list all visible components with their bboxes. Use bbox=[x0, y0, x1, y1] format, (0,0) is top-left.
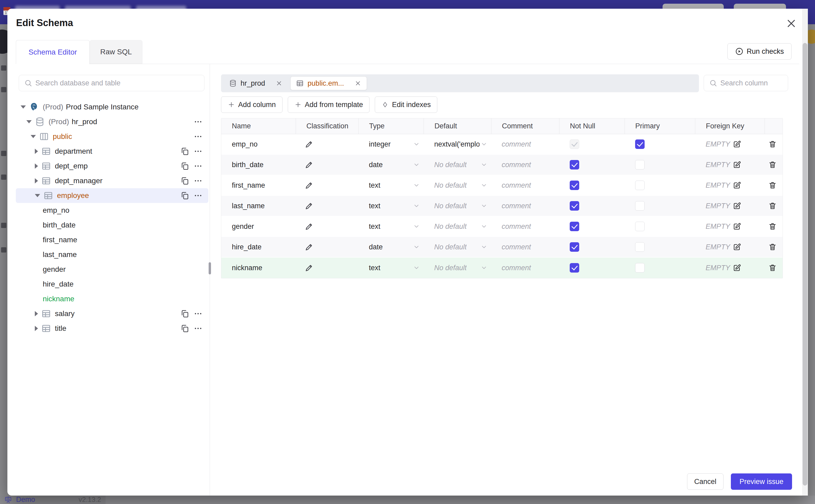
tab-schema-editor[interactable]: Schema Editor bbox=[16, 40, 90, 64]
primary-checkbox[interactable] bbox=[635, 263, 645, 273]
page-scrollbar-thumb[interactable] bbox=[803, 43, 807, 486]
type-select[interactable]: integer bbox=[358, 134, 424, 154]
edit-classification-icon[interactable] bbox=[305, 181, 313, 190]
copy-icon[interactable] bbox=[180, 191, 189, 200]
copy-icon[interactable] bbox=[180, 324, 189, 333]
tab-chip-hr-prod[interactable]: hr_prod bbox=[224, 76, 288, 90]
type-select[interactable]: text bbox=[358, 216, 424, 236]
tree-item-nickname[interactable]: nickname bbox=[16, 292, 208, 306]
caret-down-icon[interactable] bbox=[26, 120, 32, 123]
default-select[interactable]: No default bbox=[424, 216, 491, 236]
column-name-cell[interactable]: first_name bbox=[221, 175, 296, 195]
column-name-cell[interactable]: last_name bbox=[221, 196, 296, 216]
comment-input[interactable]: comment bbox=[491, 258, 559, 278]
edit-classification-icon[interactable] bbox=[305, 160, 313, 169]
delete-column-icon[interactable] bbox=[768, 243, 777, 251]
default-select[interactable]: nextval('employ bbox=[424, 134, 491, 154]
caret-down-icon[interactable] bbox=[21, 105, 26, 109]
caret-right-icon[interactable] bbox=[35, 178, 38, 183]
column-name-cell[interactable]: hire_date bbox=[221, 237, 296, 257]
add-column-button[interactable]: Add column bbox=[221, 96, 282, 113]
copy-icon[interactable] bbox=[180, 309, 189, 318]
more-options-icon[interactable] bbox=[194, 162, 202, 171]
tree-item-dept_emp[interactable]: dept_emp bbox=[16, 159, 208, 173]
tab-chip-public-employee[interactable]: public.em... bbox=[290, 76, 367, 90]
default-select[interactable]: No default bbox=[424, 175, 491, 195]
edit-foreign-key-icon[interactable] bbox=[733, 181, 741, 190]
not-null-checkbox[interactable] bbox=[570, 160, 579, 169]
edit-indexes-button[interactable]: Edit indexes bbox=[375, 96, 437, 113]
column-name-cell[interactable]: emp_no bbox=[221, 134, 296, 154]
primary-checkbox[interactable] bbox=[635, 201, 645, 211]
tree-item-title[interactable]: title bbox=[16, 321, 208, 336]
edit-classification-icon[interactable] bbox=[305, 263, 313, 272]
copy-icon[interactable] bbox=[180, 176, 189, 185]
delete-column-icon[interactable] bbox=[768, 264, 777, 272]
primary-checkbox[interactable] bbox=[635, 242, 645, 252]
comment-input[interactable]: comment bbox=[491, 216, 559, 236]
edit-classification-icon[interactable] bbox=[305, 201, 313, 210]
more-options-icon[interactable] bbox=[194, 117, 202, 126]
tree-item-employee[interactable]: employee bbox=[16, 188, 208, 203]
tree-item-department[interactable]: department bbox=[16, 144, 208, 159]
primary-checkbox[interactable] bbox=[635, 160, 645, 169]
edit-foreign-key-icon[interactable] bbox=[733, 264, 741, 272]
type-select[interactable]: date bbox=[358, 155, 424, 175]
caret-down-icon[interactable] bbox=[35, 194, 40, 197]
database-search-input[interactable] bbox=[35, 75, 201, 91]
tree-item-last_name[interactable]: last_name bbox=[16, 247, 208, 262]
caret-right-icon[interactable] bbox=[35, 311, 38, 316]
cancel-button[interactable]: Cancel bbox=[687, 473, 724, 490]
edit-foreign-key-icon[interactable] bbox=[733, 243, 741, 251]
tree-item-dept_manager[interactable]: dept_manager bbox=[16, 173, 208, 188]
edit-foreign-key-icon[interactable] bbox=[733, 140, 741, 148]
close-tab-icon[interactable] bbox=[276, 80, 282, 87]
not-null-checkbox[interactable] bbox=[570, 242, 579, 252]
edit-foreign-key-icon[interactable] bbox=[733, 202, 741, 210]
not-null-checkbox[interactable] bbox=[570, 263, 579, 273]
tree-item-first_name[interactable]: first_name bbox=[16, 232, 208, 247]
comment-input[interactable]: comment bbox=[491, 175, 559, 195]
demo-link[interactable]: Demo bbox=[16, 496, 35, 503]
tree-item-hire_date[interactable]: hire_date bbox=[16, 277, 208, 292]
close-tab-icon[interactable] bbox=[354, 80, 361, 87]
close-icon[interactable] bbox=[785, 18, 797, 29]
type-select[interactable]: text bbox=[358, 258, 424, 278]
type-select[interactable]: text bbox=[358, 175, 424, 195]
primary-checkbox[interactable] bbox=[635, 139, 645, 149]
delete-column-icon[interactable] bbox=[768, 140, 777, 148]
default-select[interactable]: No default bbox=[424, 237, 491, 257]
caret-right-icon[interactable] bbox=[35, 163, 38, 169]
copy-icon[interactable] bbox=[180, 162, 189, 171]
tree-item-Prod Sample Instance[interactable]: (Prod)Prod Sample Instance bbox=[16, 100, 208, 114]
edit-classification-icon[interactable] bbox=[305, 243, 313, 251]
not-null-checkbox[interactable] bbox=[570, 181, 579, 190]
more-options-icon[interactable] bbox=[194, 191, 202, 200]
delete-column-icon[interactable] bbox=[768, 161, 777, 169]
copy-icon[interactable] bbox=[180, 147, 189, 156]
tree-item-gender[interactable]: gender bbox=[16, 262, 208, 277]
run-checks-button[interactable]: Run checks bbox=[727, 43, 792, 60]
more-options-icon[interactable] bbox=[194, 132, 202, 141]
default-select[interactable]: No default bbox=[424, 258, 491, 278]
column-name-cell[interactable]: nickname bbox=[221, 258, 296, 278]
tree-item-birth_date[interactable]: birth_date bbox=[16, 218, 208, 232]
more-options-icon[interactable] bbox=[194, 309, 202, 318]
tree-item-salary[interactable]: salary bbox=[16, 306, 208, 321]
preview-issue-button[interactable]: Preview issue bbox=[731, 473, 792, 490]
delete-column-icon[interactable] bbox=[768, 222, 777, 231]
tree-item-hr_prod[interactable]: (Prod)hr_prod bbox=[16, 114, 208, 129]
not-null-checkbox[interactable] bbox=[570, 201, 579, 211]
more-options-icon[interactable] bbox=[194, 324, 202, 333]
edit-foreign-key-icon[interactable] bbox=[733, 222, 741, 231]
type-select[interactable]: text bbox=[358, 196, 424, 216]
page-scrollbar[interactable] bbox=[802, 9, 808, 496]
edit-classification-icon[interactable] bbox=[305, 140, 313, 149]
more-options-icon[interactable] bbox=[194, 176, 202, 185]
delete-column-icon[interactable] bbox=[768, 202, 777, 210]
not-null-checkbox[interactable] bbox=[570, 222, 579, 231]
column-name-cell[interactable]: gender bbox=[221, 216, 296, 236]
tree-item-emp_no[interactable]: emp_no bbox=[16, 203, 208, 218]
column-name-cell[interactable]: birth_date bbox=[221, 155, 296, 175]
default-select[interactable]: No default bbox=[424, 155, 491, 175]
